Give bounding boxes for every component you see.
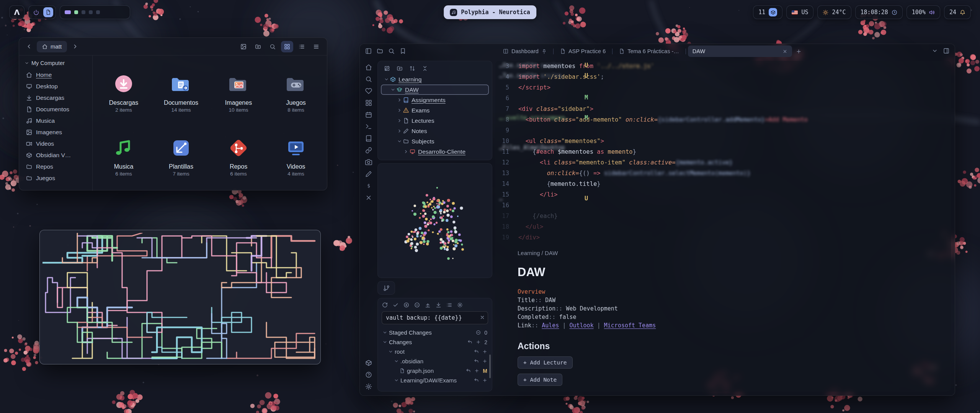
- breadcrumb[interactable]: matt: [37, 41, 67, 52]
- graph-view-canvas[interactable]: [378, 164, 492, 278]
- sidebar-item-documentos[interactable]: Documentos: [23, 104, 88, 115]
- git-refresh-button[interactable]: [382, 302, 388, 308]
- explorer-sort-button[interactable]: [409, 65, 415, 72]
- link-aules[interactable]: Aules: [542, 322, 559, 329]
- git-plus-circle-button[interactable]: [403, 302, 409, 308]
- ribbon-gear-button[interactable]: [365, 383, 372, 390]
- git-minus-circle-button[interactable]: [414, 302, 420, 308]
- sidebar-item-desktop[interactable]: Desktop: [23, 81, 88, 92]
- folder-imagenes[interactable]: Imagenes10 items: [210, 59, 267, 123]
- ribbon-dollar-button[interactable]: $: [365, 182, 372, 189]
- explorer-folder-plus-button[interactable]: [397, 65, 403, 72]
- folder-musica[interactable]: Musica6 items: [95, 123, 152, 187]
- git-dir-obsidian[interactable]: .obsidian: [381, 356, 489, 366]
- workspace-dot-active[interactable]: [65, 10, 71, 14]
- weather-module[interactable]: 24°C: [817, 5, 851, 19]
- git-list-button[interactable]: [446, 302, 452, 308]
- notes-button[interactable]: [43, 7, 53, 17]
- workspace-dot[interactable]: [96, 10, 100, 14]
- mini-panel[interactable]: [377, 281, 395, 295]
- git-section-staged-changes[interactable]: Staged Changes0: [381, 328, 489, 337]
- sidebar-header[interactable]: My Computer: [24, 60, 87, 66]
- header-bookmark-button[interactable]: [400, 48, 406, 54]
- new-tab-button[interactable]: [796, 49, 802, 54]
- notifications-module[interactable]: 24: [944, 5, 971, 19]
- file-tree-item-subjects[interactable]: Subjects: [381, 136, 489, 146]
- action-button-add-note[interactable]: + Add Note: [518, 374, 562, 386]
- sidebar-item-obsidian-v[interactable]: Obsidian V…: [23, 150, 88, 161]
- folder-videos[interactable]: Videos4 items: [267, 123, 325, 187]
- header-panel-left-button[interactable]: [365, 48, 372, 54]
- launcher-button[interactable]: Λ: [9, 5, 24, 19]
- ribbon-box-button[interactable]: [365, 359, 372, 366]
- file-tree-item-exams[interactable]: Exams: [381, 105, 489, 115]
- header-chevron-down-button[interactable]: [932, 48, 938, 54]
- sidebar-item-imagenes[interactable]: Imagenes: [23, 127, 88, 138]
- git-dir-learning-daw-exams[interactable]: Learning/DAW/Exams: [381, 376, 489, 385]
- ribbon-calendar-button[interactable]: [365, 111, 372, 118]
- git-download-button[interactable]: [436, 302, 441, 308]
- ribbon-terminal-button[interactable]: [365, 123, 372, 130]
- sidebar-item-home[interactable]: Home: [23, 69, 88, 81]
- ribbon-book-button[interactable]: [365, 135, 372, 142]
- clock-module[interactable]: 18:08:28: [855, 5, 903, 19]
- ribbon-pencil-button[interactable]: [365, 171, 372, 177]
- forward-button[interactable]: [70, 42, 80, 52]
- grid-view-button[interactable]: [281, 41, 293, 52]
- workspace-dot[interactable]: [82, 10, 85, 14]
- file-tree-item-desarrollo-cliente[interactable]: Desarrollo-Cliente: [381, 146, 489, 157]
- ribbon-link-button[interactable]: [365, 147, 372, 154]
- ribbon-help-button[interactable]: [365, 371, 372, 378]
- file-tree-item-learning[interactable]: Learning: [381, 74, 489, 85]
- git-dir-root[interactable]: root: [381, 347, 489, 356]
- action-button-add-lecture[interactable]: + Add Lecture: [518, 356, 573, 369]
- ribbon-grid-button[interactable]: [365, 99, 372, 106]
- header-folder-button[interactable]: [377, 48, 383, 54]
- updates-module[interactable]: 11: [753, 5, 782, 19]
- folder-descargas[interactable]: Descargas2 items: [95, 59, 152, 123]
- commit-message-input[interactable]: [382, 311, 488, 324]
- file-tree-item-assignments[interactable]: Assignments: [381, 95, 489, 105]
- git-upload-button[interactable]: [425, 302, 431, 308]
- media-player-module[interactable]: Polyphia - Neurotica: [444, 5, 536, 19]
- sidebar-item-descargas[interactable]: Descargas: [23, 92, 88, 104]
- preview-button[interactable]: [237, 41, 250, 52]
- folder-repos[interactable]: Repos6 items: [210, 123, 267, 187]
- power-button[interactable]: [31, 7, 41, 17]
- search-button[interactable]: [266, 41, 279, 52]
- keyboard-layout-module[interactable]: US: [786, 5, 813, 19]
- git-check-button[interactable]: [393, 302, 399, 308]
- new-folder-button[interactable]: [252, 41, 264, 52]
- workspace-dot[interactable]: [89, 10, 93, 14]
- explorer-collapse-button[interactable]: [422, 65, 428, 72]
- workspace-dot[interactable]: [74, 10, 78, 14]
- back-button[interactable]: [24, 42, 34, 52]
- volume-module[interactable]: 100%: [906, 5, 940, 19]
- menu-button[interactable]: [310, 41, 322, 52]
- sidebar-item-videos[interactable]: Videos: [23, 138, 88, 150]
- tab-daw[interactable]: DAW: [688, 46, 792, 57]
- ribbon-search-button[interactable]: [365, 76, 372, 83]
- list-view-button[interactable]: [296, 41, 308, 52]
- explorer-pencil-square-button[interactable]: [384, 65, 390, 72]
- tab-dashboard[interactable]: Dashboard: [498, 46, 551, 57]
- file-tree-item-notes[interactable]: Notes: [381, 126, 489, 136]
- link-outlook[interactable]: Outlook: [569, 322, 593, 329]
- ribbon-camera-button[interactable]: [365, 159, 372, 166]
- ribbon-heart-button[interactable]: [365, 88, 372, 94]
- ribbon-x-button[interactable]: [365, 194, 372, 201]
- ribbon-home-button[interactable]: [365, 64, 372, 71]
- tab-asp-practice-6[interactable]: ASP Practice 6: [555, 46, 610, 57]
- header-search-button[interactable]: [388, 48, 395, 54]
- git-gear-button[interactable]: [457, 302, 463, 308]
- sidebar-item-repos[interactable]: Repos: [23, 161, 88, 172]
- tab-tema-6-pr-cticas[interactable]: Tema 6 Prácticas -…: [614, 46, 684, 57]
- sidebar-item-musica[interactable]: Musica: [23, 115, 88, 127]
- workspaces-module[interactable]: [60, 5, 130, 19]
- sidebar-item-juegos[interactable]: Juegos: [23, 172, 88, 184]
- clear-input-icon[interactable]: [480, 315, 485, 320]
- file-tree-item-daw[interactable]: DAW: [381, 85, 489, 95]
- note-breadcrumb[interactable]: Learning / DAW: [518, 250, 770, 256]
- folder-documentos[interactable]: Documentos14 items: [152, 59, 210, 123]
- git-section-changes[interactable]: Changes2: [381, 337, 489, 347]
